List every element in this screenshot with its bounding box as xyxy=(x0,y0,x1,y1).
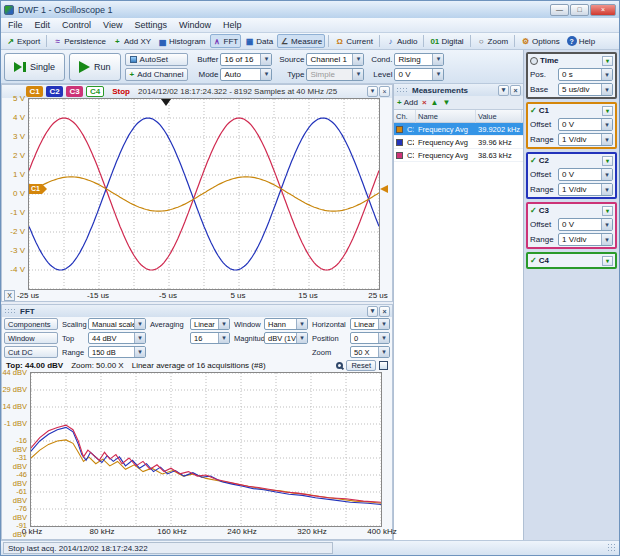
fft-scaling-select[interactable]: Manual scale xyxy=(88,318,146,330)
fft-window-button[interactable]: Window xyxy=(4,332,58,344)
maximize-button[interactable]: □ xyxy=(570,4,589,16)
menu-settings[interactable]: Settings xyxy=(129,20,172,30)
fft-close-icon[interactable]: × xyxy=(379,306,390,317)
move-up-icon[interactable]: ▲ xyxy=(431,98,439,107)
run-button[interactable]: Run xyxy=(69,53,121,81)
measurement-add-button[interactable]: +Add xyxy=(397,98,418,107)
fft-reset-button[interactable]: Reset xyxy=(346,360,376,371)
measurement-row[interactable]: C2 Frequency Avg 39.96 kHz xyxy=(394,136,523,149)
tick-label: 80 kHz xyxy=(82,527,122,536)
scope-pin-icon[interactable]: ▾ xyxy=(367,86,378,97)
fft-pin-icon[interactable]: ▾ xyxy=(367,306,378,317)
toolbar-data-label: Data xyxy=(256,37,273,46)
toolbar-measure[interactable]: ∠Measure xyxy=(277,34,325,48)
toolbar-current[interactable]: ΩCurrent xyxy=(332,34,376,48)
channel1-range-select[interactable]: 1 V/div xyxy=(558,133,613,146)
measurement-value: 38.63 kHz xyxy=(476,151,522,160)
check-icon[interactable]: ✓ xyxy=(530,256,537,265)
measurement-name: Frequency Avg xyxy=(416,138,476,147)
toolbar-digital[interactable]: 01Digital xyxy=(427,34,466,48)
fft-cut-dc-button[interactable]: Cut DC xyxy=(4,346,58,358)
fft-zoom-tool-icon[interactable] xyxy=(336,362,343,369)
scope-tab-c3[interactable]: C3 xyxy=(66,86,83,97)
measurement-row[interactable]: C1 Frequency Avg 39.9202 kHz xyxy=(394,123,523,136)
toolbar-add-xy[interactable]: +Add XY xyxy=(110,34,154,48)
fft-components-button[interactable]: Components xyxy=(4,318,58,330)
plot-settings-icon[interactable] xyxy=(379,361,388,370)
channel1-options-icon[interactable]: ▾ xyxy=(602,106,613,116)
fft-zoom-select[interactable]: 50 X xyxy=(350,346,390,358)
buffer-label: Buffer xyxy=(192,55,218,64)
autoset-button[interactable]: AutoSet xyxy=(125,53,189,66)
channel3-range-select[interactable]: 1 V/div xyxy=(558,233,613,246)
c1-offset-marker[interactable]: C1 xyxy=(29,184,47,194)
source-select[interactable]: Channel 1 xyxy=(306,53,364,66)
fft-plot[interactable] xyxy=(30,372,382,527)
toolbar-fft[interactable]: ∧FFT xyxy=(210,34,242,48)
scope-tab-c2[interactable]: C2 xyxy=(46,86,63,97)
measurement-delete-icon[interactable]: × xyxy=(422,98,427,107)
channel2-offset-select[interactable]: 0 V xyxy=(558,168,613,181)
channel1-offset-select[interactable]: 0 V xyxy=(558,118,613,131)
check-icon[interactable]: ✓ xyxy=(530,206,537,215)
buffer-select[interactable]: 16 of 16 xyxy=(220,53,272,66)
fft-horizontal-select[interactable]: Linear xyxy=(350,318,390,330)
menu-help[interactable]: Help xyxy=(218,20,247,30)
fft-window-select[interactable]: Hann xyxy=(264,318,308,330)
scope-tab-c4[interactable]: C4 xyxy=(86,86,104,97)
scope-close-icon[interactable]: × xyxy=(379,86,390,97)
time-options-icon[interactable]: ▾ xyxy=(602,56,613,66)
menu-file[interactable]: File xyxy=(3,20,28,30)
right-sidebar: Time ▾ Pos.0 s Base5 us/div ✓ C1 ▾ Offse… xyxy=(523,50,619,540)
scope-plot[interactable]: C1 xyxy=(28,98,380,290)
drag-handle-icon[interactable] xyxy=(396,87,409,94)
time-position-select[interactable]: 0 s xyxy=(558,68,613,81)
menu-edit[interactable]: Edit xyxy=(30,20,56,30)
measurements-pin-icon[interactable]: ▾ xyxy=(498,85,509,96)
trigger-position-marker[interactable] xyxy=(161,99,171,106)
mode-select[interactable]: Auto xyxy=(220,68,272,81)
add-icon: + xyxy=(397,98,402,107)
channel4-options-icon[interactable]: ▾ xyxy=(602,256,613,266)
move-down-icon[interactable]: ▼ xyxy=(443,98,451,107)
add-channel-button[interactable]: +Add Channel xyxy=(125,68,189,81)
menu-view[interactable]: View xyxy=(98,20,127,30)
time-base-select[interactable]: 5 us/div xyxy=(558,83,613,96)
channel-swatch xyxy=(396,139,403,146)
fft-magnitude-select[interactable]: dBV (1V 1... xyxy=(264,332,308,344)
toolbar-persistence[interactable]: ≈Persistence xyxy=(50,34,109,48)
toolbar-histogram[interactable]: ▅Histogram xyxy=(155,34,208,48)
resize-grip-icon[interactable] xyxy=(607,543,617,553)
toolbar-audio[interactable]: ♪Audio xyxy=(383,34,420,48)
fft-averaging-count-select[interactable]: 16 xyxy=(190,332,230,344)
scope-tab-c1[interactable]: C1 xyxy=(26,86,43,97)
fft-range-select[interactable]: 150 dB xyxy=(88,346,146,358)
condition-select[interactable]: Rising xyxy=(394,53,444,66)
channel2-range-select[interactable]: 1 V/div xyxy=(558,183,613,196)
fft-averaging-select[interactable]: Linear xyxy=(190,318,230,330)
level-select[interactable]: 0 V xyxy=(394,68,444,81)
fft-position-select[interactable]: 0 xyxy=(350,332,390,344)
measurements-close-icon[interactable]: × xyxy=(510,85,521,96)
toolbar-export[interactable]: ↗Export xyxy=(3,34,43,48)
type-select[interactable]: Simple xyxy=(306,68,364,81)
fft-top-select[interactable]: 44 dBV xyxy=(88,332,146,344)
toolbar-data[interactable]: ▦Data xyxy=(242,34,276,48)
drag-handle-icon[interactable] xyxy=(4,308,17,315)
channel3-options-icon[interactable]: ▾ xyxy=(602,206,613,216)
menu-control[interactable]: Control xyxy=(57,20,96,30)
trigger-level-marker[interactable] xyxy=(380,185,388,193)
channel3-offset-select[interactable]: 0 V xyxy=(558,218,613,231)
toolbar-help[interactable]: ?Help xyxy=(564,34,598,48)
measurement-row[interactable]: C3 Frequency Avg 38.63 kHz xyxy=(394,149,523,162)
toolbar-options[interactable]: ⚙Options xyxy=(518,34,563,48)
single-button[interactable]: Single xyxy=(4,53,65,81)
minimize-button[interactable]: — xyxy=(550,4,569,16)
fft-icon: ∧ xyxy=(213,36,222,46)
menu-window[interactable]: Window xyxy=(174,20,216,30)
close-button[interactable]: × xyxy=(590,4,616,16)
channel2-options-icon[interactable]: ▾ xyxy=(602,156,613,166)
check-icon[interactable]: ✓ xyxy=(530,156,537,165)
toolbar-zoom[interactable]: ○Zoom xyxy=(474,34,511,48)
check-icon[interactable]: ✓ xyxy=(530,106,537,115)
